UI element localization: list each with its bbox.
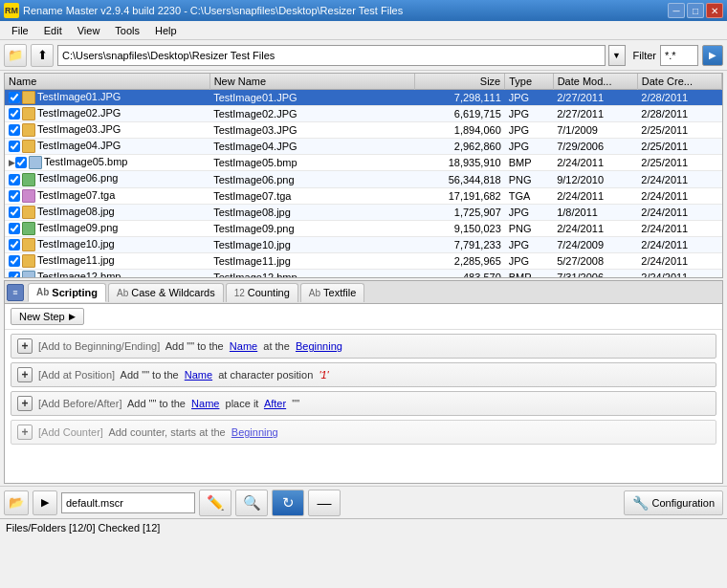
scripting-tab-icon[interactable]: ≡: [7, 284, 24, 301]
cell-name: TestImage01.JPG: [5, 90, 209, 106]
filter-input[interactable]: [660, 45, 698, 66]
menu-view[interactable]: View: [70, 23, 108, 38]
table-row[interactable]: TestImage06.pngTestImage06.png56,344,818…: [5, 171, 722, 187]
file-name: TestImage05.bmp: [44, 156, 127, 167]
app-icon: RM: [4, 3, 19, 18]
row-checkbox[interactable]: [9, 92, 20, 103]
configuration-button[interactable]: 🔧 Configuration: [624, 490, 723, 515]
table-row[interactable]: TestImage12.bmpTestImage12.bmp483,570BMP…: [5, 270, 722, 278]
open-folder-button[interactable]: 📁: [4, 44, 27, 67]
file-name: TestImage04.JPG: [37, 140, 121, 151]
tab-counting[interactable]: 12 Counting: [226, 283, 298, 302]
table-row[interactable]: TestImage08.jpgTestImage08.jpg1,725,907J…: [5, 204, 722, 220]
file-table: Name New Name Size Type Date Mod... Date…: [5, 74, 722, 278]
cell-date-cre: 2/24/2011: [637, 187, 721, 204]
menu-tools[interactable]: Tools: [107, 23, 147, 38]
minimize-button[interactable]: ─: [668, 3, 685, 18]
cell-date-mod: 2/24/2011: [553, 220, 637, 236]
edit-script-button[interactable]: ✏️: [199, 490, 231, 516]
play-button[interactable]: ▶: [33, 490, 57, 515]
table-row[interactable]: TestImage09.pngTestImage09.png9,150,023P…: [5, 220, 722, 236]
file-name: TestImage11.jpg: [37, 254, 115, 266]
table-row[interactable]: TestImage02.JPGTestImage02.JPG6,619,715J…: [5, 106, 722, 122]
menu-help[interactable]: Help: [147, 23, 185, 38]
load-script-button[interactable]: 📂: [4, 490, 29, 515]
cell-size: 18,935,910: [414, 155, 504, 171]
tab-scripting-label: Scripting: [52, 287, 98, 298]
toolbar: 📁 ⬆ ▼ Filter ▶: [0, 40, 727, 71]
cell-date-cre: 2/24/2011: [637, 220, 721, 236]
cell-date-cre: 2/24/2011: [637, 204, 721, 220]
script-step-1: + [Add to Beginning/Ending] Add "" to th…: [11, 334, 716, 359]
tab-textfile[interactable]: Ab Textfile: [300, 283, 364, 302]
undo-button[interactable]: —: [308, 490, 341, 516]
menu-edit[interactable]: Edit: [36, 23, 70, 38]
row-checkbox[interactable]: [9, 272, 20, 278]
cell-date-cre: 2/24/2011: [637, 171, 721, 187]
status-text: Files/Folders [12/0] Checked [12]: [6, 522, 160, 534]
table-row[interactable]: TestImage01.JPGTestImage01.JPG7,298,111J…: [5, 90, 722, 106]
case-wildcards-icon: Ab: [117, 288, 128, 298]
table-row[interactable]: TestImage07.tgaTestImage07.tga17,191,682…: [5, 187, 722, 204]
search-button[interactable]: 🔍: [235, 490, 268, 516]
cell-type: JPG: [505, 236, 553, 252]
path-input[interactable]: [57, 45, 606, 66]
tab-counting-label: Counting: [248, 287, 290, 298]
cell-size: 1,894,060: [414, 122, 504, 139]
step-3-text: [Add Before/After] Add "" to the Name pl…: [38, 398, 299, 409]
back-button[interactable]: ⬆: [31, 44, 54, 67]
file-name: TestImage07.tga: [37, 189, 115, 201]
col-name: Name: [5, 74, 209, 90]
title-buttons: ─ □ ✕: [668, 3, 723, 18]
table-row[interactable]: TestImage10.jpgTestImage10.jpg7,791,233J…: [5, 236, 722, 252]
script-name-input[interactable]: [61, 492, 195, 513]
step-1-keyword-beginning: Beginning: [296, 340, 342, 352]
step-3-plus-button[interactable]: +: [17, 396, 33, 411]
cell-new-name: TestImage07.tga: [209, 187, 414, 204]
file-icon-tga: [22, 189, 35, 203]
file-icon-jpg: [22, 254, 35, 268]
row-checkbox[interactable]: [9, 190, 20, 202]
table-row[interactable]: TestImage03.JPGTestImage03.JPG1,894,060J…: [5, 122, 722, 139]
col-date-cre: Date Cre...: [637, 74, 721, 90]
table-row[interactable]: ▶TestImage05.bmpTestImage05.bmp18,935,91…: [5, 155, 722, 171]
cell-new-name: TestImage06.png: [209, 171, 414, 187]
step-2-plus-button[interactable]: +: [17, 367, 33, 382]
file-icon-png: [22, 222, 35, 235]
cell-type: JPG: [505, 122, 553, 139]
row-checkbox[interactable]: [9, 174, 20, 185]
cell-name: TestImage02.JPG: [5, 106, 209, 122]
row-checkbox[interactable]: [9, 207, 20, 218]
menu-file[interactable]: File: [4, 23, 36, 38]
row-checkbox[interactable]: [9, 108, 20, 120]
step-1-plus-button[interactable]: +: [17, 338, 33, 354]
new-step-arrow-icon: ▶: [69, 312, 76, 321]
new-step-button[interactable]: New Step ▶: [11, 308, 84, 325]
cell-size: 9,150,023: [414, 220, 504, 236]
rename-button[interactable]: ↻: [272, 490, 304, 516]
row-checkbox[interactable]: [9, 141, 20, 152]
row-checkbox[interactable]: [9, 223, 20, 234]
step-2-bracket: [Add at Position]: [38, 369, 115, 381]
row-checkbox[interactable]: [9, 124, 20, 136]
file-name: TestImage01.JPG: [37, 91, 121, 102]
tab-case-wildcards[interactable]: Ab Case & Wildcards: [108, 283, 224, 302]
cell-name: TestImage07.tga: [5, 187, 209, 204]
row-checkbox[interactable]: [9, 239, 20, 250]
cell-date-mod: 1/8/2011: [553, 204, 637, 220]
step-1-text: [Add to Beginning/Ending] Add "" to the …: [38, 340, 342, 352]
cell-date-mod: 2/27/2011: [553, 90, 637, 106]
go-button[interactable]: ▶: [702, 45, 723, 66]
close-button[interactable]: ✕: [706, 3, 723, 18]
table-row[interactable]: TestImage11.jpgTestImage11.jpg2,285,965J…: [5, 252, 722, 269]
table-row[interactable]: TestImage04.JPGTestImage04.JPG2,962,860J…: [5, 139, 722, 155]
step-4-plus-button[interactable]: +: [17, 425, 33, 440]
row-checkbox[interactable]: [9, 255, 20, 267]
cell-new-name: TestImage10.jpg: [209, 236, 414, 252]
row-checkbox[interactable]: [15, 157, 27, 168]
tab-scripting[interactable]: Ab Scripting: [28, 283, 106, 302]
path-dropdown[interactable]: ▼: [608, 45, 626, 66]
script-step-3: + [Add Before/After] Add "" to the Name …: [11, 391, 716, 416]
cell-size: 56,344,818: [414, 171, 504, 187]
maximize-button[interactable]: □: [687, 3, 704, 18]
